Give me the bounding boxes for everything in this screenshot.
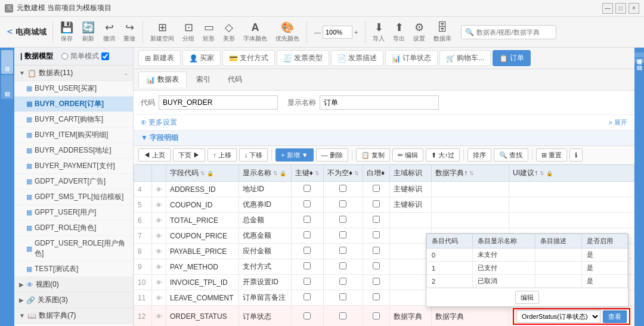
- pk-checkbox[interactable]: [304, 231, 311, 238]
- import-button[interactable]: ⬆ 导出: [389, 20, 408, 44]
- db-button[interactable]: 🗄 数据库: [430, 20, 455, 44]
- cell-whiteboard[interactable]: [363, 213, 390, 228]
- cell-primary-key[interactable]: [291, 306, 323, 327]
- eye-icon[interactable]: 👁: [156, 232, 162, 240]
- wb-checkbox[interactable]: [373, 185, 380, 192]
- tables-section-header[interactable]: ▼ 📋 数据表(11) ⌄: [14, 66, 133, 81]
- sidebar-item-gdpt-advert[interactable]: ▦ GDPT_ADVERT[广告]: [14, 174, 133, 190]
- dropdown-row[interactable]: 0 未支付 是: [427, 249, 628, 262]
- sidebar-item-gppt-user[interactable]: ▦ GPPT_USER[用户]: [14, 205, 133, 221]
- wb-checkbox[interactable]: [373, 293, 380, 300]
- nn-checkbox[interactable]: [339, 278, 346, 285]
- sidebar-item-buyr-item[interactable]: ▦ BUYR_ITEM[购买明细]: [14, 128, 133, 143]
- cell-whiteboard[interactable]: [363, 182, 390, 197]
- cell-not-null[interactable]: [323, 259, 363, 275]
- sidebar-item-gdpt-role[interactable]: ▦ GDPT_ROLE[角色]: [14, 221, 133, 236]
- sidebar-item-gdpt-sms-tpl[interactable]: ▦ GDPT_SMS_TPL[短信模板]: [14, 190, 133, 205]
- mode-simple-radio[interactable]: [61, 53, 68, 60]
- quick-nav-item-1[interactable]: 订单: [1, 50, 13, 74]
- wb-checkbox[interactable]: [373, 200, 380, 207]
- redo-button[interactable]: ↪ 重做: [120, 20, 139, 44]
- add-field-button[interactable]: + 新增 ▼: [275, 148, 313, 162]
- eye-icon[interactable]: 👁: [156, 294, 162, 302]
- cell-not-null[interactable]: [323, 275, 363, 290]
- cell-primary-key[interactable]: [291, 197, 323, 213]
- pk-checkbox[interactable]: [304, 247, 311, 254]
- maximize-button[interactable]: □: [615, 3, 626, 14]
- sidebar-item-gdpt-user-role[interactable]: ▦ GDPT_USER_ROLE[用户角色]: [14, 236, 133, 262]
- nn-checkbox[interactable]: [339, 200, 346, 207]
- ratio-input[interactable]: [323, 26, 352, 39]
- prev-page-button[interactable]: ◀ 上页: [138, 148, 171, 162]
- sidebar-item-user-status[interactable]: ◈ UserStatus[用户状态]: [14, 324, 133, 326]
- cell-not-null[interactable]: [323, 197, 363, 213]
- next-page-button[interactable]: 下页 ▶: [173, 148, 205, 162]
- tab-invoice-status[interactable]: 📄 发票描述: [331, 50, 383, 66]
- nn-checkbox[interactable]: [339, 247, 346, 254]
- sidebar-item-buyr-order[interactable]: ▦ BUYR_ORDER[订单]: [14, 97, 133, 112]
- table-row[interactable]: 5 👁 COUPON_ID 优惠券ID 主键标识: [134, 197, 634, 213]
- pk-checkbox[interactable]: [304, 278, 311, 285]
- nn-checkbox[interactable]: [339, 231, 346, 238]
- eye-icon[interactable]: 👁: [156, 217, 162, 224]
- shape-button[interactable]: ◇ 美形: [219, 20, 239, 44]
- display-name-sort[interactable]: ⇅: [273, 170, 278, 176]
- ratio-decrease[interactable]: —: [314, 29, 321, 36]
- copy-field-button[interactable]: 📋 复制: [356, 148, 390, 162]
- save-button[interactable]: 💾 保存: [57, 20, 77, 44]
- cell-whiteboard[interactable]: [363, 259, 390, 275]
- th-display-name[interactable]: 显示名称 ⇅ 🔒: [239, 165, 291, 182]
- cell-primary-key[interactable]: [291, 213, 323, 228]
- wb-checkbox[interactable]: [373, 262, 380, 269]
- search-box[interactable]: 🔍: [461, 25, 556, 39]
- cell-primary-key[interactable]: [291, 259, 323, 275]
- delete-field-button[interactable]: — 删除: [316, 148, 348, 162]
- settings-button[interactable]: ⚙ 设置: [410, 20, 429, 44]
- code-input[interactable]: [159, 95, 278, 110]
- ui-sort[interactable]: ⇅: [540, 170, 544, 176]
- cell-not-null[interactable]: [323, 213, 363, 228]
- th-field-code[interactable]: 字段代码 ⇅ 🔒: [166, 165, 239, 182]
- table-row[interactable]: 6 👁 TOTAL_PRICE 总金额: [134, 213, 634, 228]
- th-primary-key[interactable]: 主键♦ ⇅: [291, 165, 323, 182]
- reset-button[interactable]: ⊞ 重置: [536, 148, 567, 162]
- th-ui-suggest[interactable]: UI建议↑ ⇅ 🔒: [509, 165, 634, 182]
- sidebar-item-buyr-address[interactable]: ▦ BUYR_ADDRESS[地址]: [14, 143, 133, 159]
- tab-invoice[interactable]: 🧾 发票类型: [277, 50, 329, 66]
- cell-not-null[interactable]: [323, 290, 363, 306]
- split-button[interactable]: ⊡ 分组: [179, 20, 198, 44]
- pk-checkbox[interactable]: [304, 200, 311, 207]
- cell-primary-key[interactable]: [291, 275, 323, 290]
- wb-checkbox[interactable]: [373, 278, 380, 285]
- search-input[interactable]: [476, 29, 552, 36]
- tab-buyer[interactable]: 👤 买家: [182, 50, 221, 66]
- cell-primary-key[interactable]: [291, 290, 323, 306]
- nn-checkbox[interactable]: [339, 312, 346, 319]
- dropdown-row[interactable]: 2 已取消 是: [427, 275, 628, 288]
- field-code-sort[interactable]: ⇅: [200, 170, 205, 176]
- nn-checkbox[interactable]: [339, 216, 346, 223]
- tab-data[interactable]: 📊 数据表: [138, 72, 187, 88]
- pk-sort[interactable]: ⇅: [315, 170, 320, 176]
- th-data-dict[interactable]: 数据字典↑ ⇅: [432, 165, 509, 182]
- sidebar-item-buyr-cart[interactable]: ▦ BUYR_CART[购物车]: [14, 112, 133, 128]
- cell-primary-key[interactable]: [291, 228, 323, 244]
- eye-icon[interactable]: 👁: [156, 201, 162, 209]
- nn-checkbox[interactable]: [339, 262, 346, 269]
- tab-order[interactable]: 📋 订单: [493, 50, 531, 66]
- tab-code[interactable]: 代码: [220, 72, 250, 88]
- right-panel-item-2[interactable]: 功能: [634, 58, 645, 63]
- cell-primary-key[interactable]: [291, 182, 323, 197]
- cell-whiteboard[interactable]: [363, 275, 390, 290]
- tab-order-status[interactable]: 📊 订单状态: [385, 50, 438, 66]
- move-up-button[interactable]: ↑ 上移: [208, 148, 237, 162]
- pk-checkbox[interactable]: [304, 312, 311, 319]
- close-button[interactable]: ×: [628, 3, 639, 14]
- tab-index[interactable]: 索引: [188, 72, 218, 88]
- quick-nav-item-2[interactable]: 功能: [1, 75, 13, 99]
- wb-checkbox[interactable]: [373, 312, 380, 319]
- mode-checkbox[interactable]: [101, 52, 109, 60]
- rect-button[interactable]: ▭ 矩形: [199, 20, 218, 44]
- relations-section-header[interactable]: ▶ 🔗 关系图(3): [14, 293, 133, 308]
- cell-whiteboard[interactable]: [363, 306, 390, 327]
